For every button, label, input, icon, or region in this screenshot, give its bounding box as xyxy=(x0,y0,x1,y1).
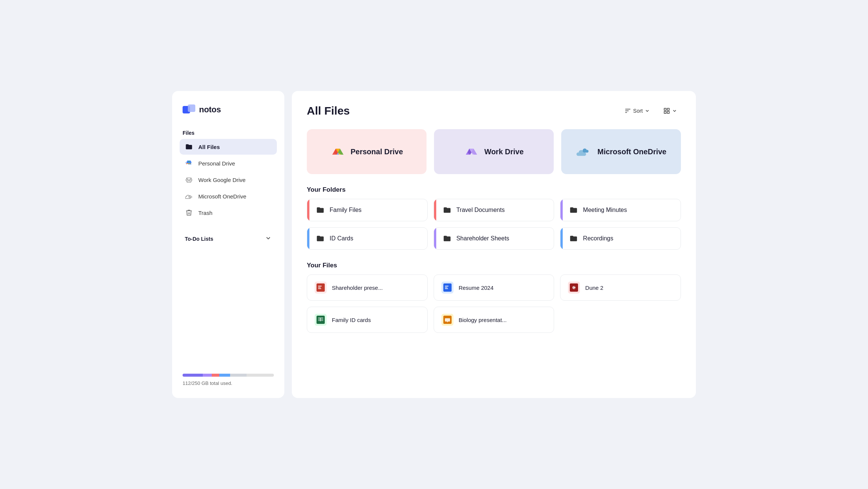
svg-rect-28 xyxy=(447,322,448,322)
storage-segment-blue xyxy=(219,374,230,377)
folder-label-recordings: Recordings xyxy=(583,235,613,242)
sidebar-item-all-files-label: All Files xyxy=(198,144,220,150)
folder-icon xyxy=(568,234,578,243)
sidebar: notos Files All Files Personal Drive xyxy=(172,91,284,398)
todo-label: To-Do Lists xyxy=(185,236,213,242)
svg-rect-6 xyxy=(667,108,669,110)
files-section-label: Files xyxy=(180,130,277,136)
file-label-shareholder-prese: Shareholder prese... xyxy=(332,285,383,291)
sort-label: Sort xyxy=(633,108,643,114)
main-content: All Files Sort xyxy=(292,91,696,398)
header-actions: Sort xyxy=(621,105,681,116)
file-label-dune-2: Dune 2 xyxy=(585,285,603,291)
folder-card-meeting-minutes[interactable]: Meeting Minutes xyxy=(560,199,681,221)
sidebar-item-microsoft-onedrive[interactable]: Microsoft OneDrive xyxy=(180,188,277,204)
svg-rect-12 xyxy=(318,288,321,289)
files-grid: Shareholder prese... Resume 2024 xyxy=(307,274,681,333)
svg-rect-15 xyxy=(445,287,447,288)
svg-rect-27 xyxy=(445,318,450,322)
chevron-down-icon xyxy=(265,235,272,243)
docx-icon xyxy=(441,282,453,294)
folder-label-shareholder-sheets: Shareholder Sheets xyxy=(456,235,509,242)
folder-accent xyxy=(307,228,309,249)
todo-section[interactable]: To-Do Lists xyxy=(180,231,277,246)
svg-rect-11 xyxy=(318,287,321,288)
view-chevron-icon xyxy=(672,108,677,113)
sort-button[interactable]: Sort xyxy=(621,105,654,116)
sidebar-item-trash[interactable]: Trash xyxy=(180,205,277,221)
folder-accent xyxy=(307,199,309,221)
drive-card-work-label: Work Drive xyxy=(484,148,523,156)
drive-card-personal-label: Personal Drive xyxy=(351,148,403,156)
file-label-family-id-cards: Family ID cards xyxy=(332,317,371,323)
file-card-shareholder-prese[interactable]: Shareholder prese... xyxy=(307,274,428,301)
sidebar-item-all-files[interactable]: All Files xyxy=(180,139,277,155)
storage-text: 112/250 GB total used. xyxy=(183,380,274,386)
folder-label-id-cards: ID Cards xyxy=(330,235,353,242)
folder-accent xyxy=(560,228,563,249)
file-label-resume-2024: Resume 2024 xyxy=(459,285,493,291)
folder-icon xyxy=(315,206,324,214)
gdrive-work-icon xyxy=(464,143,479,160)
view-toggle-button[interactable] xyxy=(660,105,681,116)
video-icon xyxy=(568,282,580,294)
folder-label-travel-documents: Travel Documents xyxy=(456,207,505,213)
gdrive-icon-personal xyxy=(185,159,193,167)
storage-segment-light-purple xyxy=(203,374,212,377)
folder-card-shareholder-sheets[interactable]: Shareholder Sheets xyxy=(434,227,554,250)
svg-rect-1 xyxy=(188,104,195,112)
svg-rect-25 xyxy=(320,318,321,322)
storage-segment-purple xyxy=(183,374,203,377)
drive-card-onedrive[interactable]: Microsoft OneDrive xyxy=(561,129,681,174)
folder-label-family-files: Family Files xyxy=(330,207,361,213)
svg-rect-7 xyxy=(664,112,666,113)
sidebar-item-work-google-drive-label: Work Google Drive xyxy=(198,177,245,183)
main-header: All Files Sort xyxy=(307,104,681,117)
drives-row: Personal Drive Work Drive xyxy=(307,129,681,174)
app-container: notos Files All Files Personal Drive xyxy=(172,91,696,398)
svg-rect-10 xyxy=(318,286,322,286)
folder-card-recordings[interactable]: Recordings xyxy=(560,227,681,250)
sidebar-nav: All Files Personal Drive xyxy=(180,139,277,221)
logo: notos xyxy=(180,103,277,116)
storage-segment-red xyxy=(212,374,219,377)
file-card-family-id-cards[interactable]: Family ID cards xyxy=(307,307,428,333)
svg-rect-14 xyxy=(445,286,449,286)
folder-icon xyxy=(568,206,578,214)
svg-rect-8 xyxy=(667,112,669,113)
file-label-biology-presentat: Biology presentat... xyxy=(459,317,507,323)
logo-text: notos xyxy=(199,105,221,115)
logo-icon xyxy=(183,103,196,116)
file-card-biology-presentat[interactable]: Biology presentat... xyxy=(434,307,554,333)
svg-rect-16 xyxy=(445,288,448,289)
svg-rect-5 xyxy=(664,108,666,110)
folder-icon xyxy=(441,234,451,243)
folder-card-family-files[interactable]: Family Files xyxy=(307,199,428,221)
gdrive-personal-icon xyxy=(330,143,345,160)
storage-section: 112/250 GB total used. xyxy=(180,374,277,386)
sidebar-item-microsoft-onedrive-label: Microsoft OneDrive xyxy=(198,193,246,200)
sidebar-item-personal-drive[interactable]: Personal Drive xyxy=(180,155,277,171)
gdrive-icon-work xyxy=(185,176,193,184)
storage-segment-gray xyxy=(230,374,247,377)
storage-bar xyxy=(183,374,274,377)
page-title: All Files xyxy=(307,104,350,117)
sidebar-item-work-google-drive[interactable]: Work Google Drive xyxy=(180,172,277,188)
file-card-dune-2[interactable]: Dune 2 xyxy=(560,274,681,301)
folder-label-meeting-minutes: Meeting Minutes xyxy=(583,207,627,213)
sort-icon xyxy=(624,107,631,114)
svg-rect-9 xyxy=(317,283,325,292)
trash-icon xyxy=(185,209,193,217)
folder-card-travel-documents[interactable]: Travel Documents xyxy=(434,199,554,221)
drive-card-onedrive-label: Microsoft OneDrive xyxy=(597,148,666,156)
sheets-icon xyxy=(315,314,327,326)
drive-card-work[interactable]: Work Drive xyxy=(434,129,554,174)
sidebar-item-trash-label: Trash xyxy=(198,210,213,216)
slides-icon xyxy=(441,314,453,326)
folder-card-id-cards[interactable]: ID Cards xyxy=(307,227,428,250)
grid-icon xyxy=(663,107,670,114)
onedrive-card-icon xyxy=(576,143,592,161)
file-card-resume-2024[interactable]: Resume 2024 xyxy=(434,274,554,301)
sort-chevron-icon xyxy=(645,108,650,113)
drive-card-personal[interactable]: Personal Drive xyxy=(307,129,427,174)
